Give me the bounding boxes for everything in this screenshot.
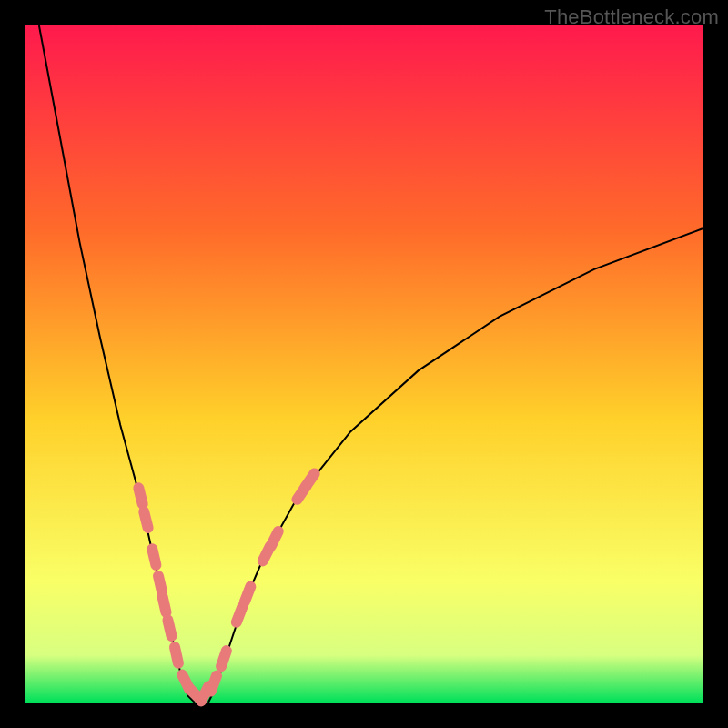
series-marker bbox=[305, 474, 314, 488]
series-marker bbox=[158, 576, 162, 592]
curve-group bbox=[39, 25, 703, 703]
plot-area bbox=[25, 25, 703, 703]
watermark-text: TheBottleneck.com bbox=[544, 5, 719, 29]
series-marker bbox=[271, 531, 278, 546]
curve-right bbox=[208, 228, 703, 703]
series-marker bbox=[152, 549, 156, 565]
series-marker bbox=[237, 607, 242, 622]
chart-svg bbox=[25, 25, 703, 703]
series-marker bbox=[175, 647, 178, 663]
markers-group bbox=[138, 474, 314, 702]
series-marker bbox=[211, 676, 217, 692]
series-marker bbox=[245, 587, 251, 602]
outer-frame: TheBottleneck.com bbox=[0, 0, 728, 728]
series-marker bbox=[167, 620, 171, 636]
curve-left bbox=[39, 25, 195, 703]
series-marker bbox=[221, 651, 227, 666]
series-marker bbox=[163, 596, 167, 612]
series-marker bbox=[138, 488, 142, 504]
series-marker bbox=[144, 511, 147, 528]
